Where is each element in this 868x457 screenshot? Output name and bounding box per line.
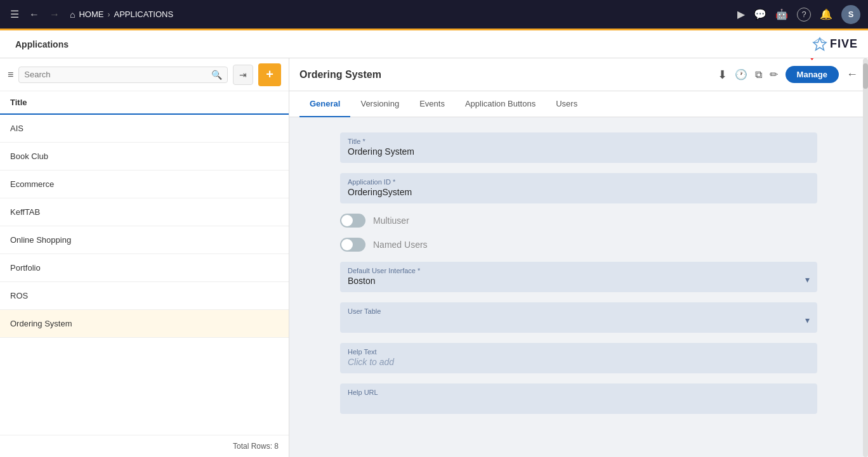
- menu-icon[interactable]: ☰: [8, 6, 22, 23]
- multiuser-label: Multiuser: [373, 216, 409, 226]
- search-icon: 🔍: [211, 70, 222, 80]
- history-icon[interactable]: 🕐: [735, 68, 747, 80]
- help-url-label: Help URL: [348, 389, 810, 396]
- manage-btn-wrapper: Manage ↓: [786, 66, 839, 83]
- robot-icon[interactable]: 🤖: [775, 8, 788, 20]
- svg-marker-0: [813, 38, 826, 50]
- right-actions: ⬇ 🕐 ⧉ ✏ Manage ↓ ←: [718, 66, 858, 83]
- multiuser-toggle[interactable]: [340, 214, 365, 228]
- default-ui-field: Default User Interface * Boston ▾: [340, 262, 817, 292]
- help-url-field: Help URL: [340, 383, 817, 414]
- export-button[interactable]: ⇥: [233, 65, 253, 85]
- form-content: Title * Ordering System Application ID *…: [289, 117, 868, 457]
- filter-icon[interactable]: ≡: [8, 69, 13, 80]
- tab-versioning[interactable]: Versioning: [350, 91, 409, 117]
- home-label[interactable]: HOME: [79, 10, 103, 19]
- user-table-field-box[interactable]: User Table ▾: [340, 302, 817, 333]
- app-id-value: OrderingSystem: [348, 187, 810, 197]
- list-item[interactable]: KeffTAB: [0, 198, 289, 226]
- default-ui-dropdown-icon: ▾: [805, 274, 810, 285]
- right-scrollbar[interactable]: [863, 58, 868, 457]
- help-text-field-box[interactable]: Help Text Click to add: [340, 343, 817, 373]
- tab-users[interactable]: Users: [546, 91, 588, 117]
- right-panel-wrapper: Ordering System ⬇ 🕐 ⧉ ✏ Manage ↓ ← Gener…: [289, 58, 868, 457]
- bell-icon[interactable]: 🔔: [820, 8, 832, 20]
- user-table-dropdown-icon: ▾: [805, 315, 810, 325]
- user-avatar[interactable]: S: [841, 5, 860, 24]
- edit-icon[interactable]: ✏: [770, 68, 778, 80]
- back-panel-icon[interactable]: ←: [846, 68, 858, 81]
- scrollbar-thumb[interactable]: [863, 63, 868, 89]
- five-logo: FIVE: [812, 37, 858, 52]
- table-header: Title: [0, 91, 289, 115]
- help-url-value: [348, 397, 810, 408]
- five-star-icon: [812, 37, 827, 52]
- breadcrumb-separator: ›: [107, 10, 110, 19]
- back-nav-icon[interactable]: ←: [27, 6, 42, 23]
- help-text-value: Click to add: [348, 357, 810, 367]
- sub-header-title: Applications: [15, 39, 69, 49]
- app-id-label: Application ID *: [348, 178, 810, 186]
- help-text-field: Help Text Click to add: [340, 343, 817, 373]
- sub-header: Applications FIVE: [0, 30, 868, 58]
- breadcrumb: ⌂ HOME › APPLICATIONS: [70, 10, 173, 20]
- search-box[interactable]: 🔍: [18, 67, 228, 83]
- total-rows: Total Rows: 8: [0, 435, 289, 457]
- list-item[interactable]: AIS: [0, 115, 289, 143]
- named-users-toggle[interactable]: [340, 238, 365, 252]
- forward-nav-icon[interactable]: →: [47, 6, 62, 23]
- default-ui-value: Boston: [348, 276, 810, 286]
- download-icon[interactable]: ⬇: [718, 68, 727, 82]
- home-icon: ⌂: [70, 10, 75, 20]
- copy-icon[interactable]: ⧉: [755, 69, 762, 80]
- right-panel: Ordering System ⬇ 🕐 ⧉ ✏ Manage ↓ ← Gener…: [289, 58, 868, 457]
- app-id-field-box[interactable]: Application ID * OrderingSystem: [340, 173, 817, 203]
- main-layout: ≡ 🔍 ⇥ + Title AIS Book Club Ecommerce Ke…: [0, 58, 868, 457]
- left-toolbar: ≡ 🔍 ⇥ +: [0, 58, 289, 91]
- tab-general[interactable]: General: [299, 91, 350, 117]
- list-item[interactable]: Ecommerce: [0, 171, 289, 198]
- list-item[interactable]: Online Shopping: [0, 226, 289, 254]
- help-text-label: Help Text: [348, 348, 810, 356]
- named-users-row: Named Users: [340, 238, 817, 252]
- user-table-field: User Table ▾: [340, 302, 817, 333]
- user-table-label: User Table: [348, 307, 810, 315]
- help-icon[interactable]: ?: [797, 8, 811, 22]
- app-id-field: Application ID * OrderingSystem: [340, 173, 817, 203]
- list-item-active[interactable]: Ordering System: [0, 310, 289, 338]
- title-field: Title * Ordering System: [340, 132, 817, 163]
- default-ui-field-box[interactable]: Default User Interface * Boston ▾: [340, 262, 817, 292]
- search-input[interactable]: [24, 70, 209, 79]
- list-item[interactable]: Book Club: [0, 143, 289, 171]
- named-users-label: Named Users: [373, 240, 428, 250]
- right-header: Ordering System ⬇ 🕐 ⧉ ✏ Manage ↓ ←: [289, 58, 868, 91]
- tabs-bar: General Versioning Events Application Bu…: [289, 91, 868, 117]
- list-item[interactable]: Portfolio: [0, 254, 289, 282]
- nav-right-actions: ▶ 💬 🤖 ? 🔔 S: [737, 5, 860, 24]
- tab-events[interactable]: Events: [409, 91, 455, 117]
- applications-label[interactable]: APPLICATIONS: [114, 10, 173, 19]
- title-label: Title *: [348, 138, 810, 145]
- multiuser-row: Multiuser: [340, 214, 817, 228]
- list-item[interactable]: ROS: [0, 282, 289, 310]
- red-arrow-annotation: ↓: [808, 58, 815, 63]
- add-button[interactable]: +: [258, 63, 281, 86]
- default-ui-label: Default User Interface *: [348, 267, 810, 274]
- manage-button[interactable]: Manage: [786, 66, 839, 83]
- tab-application-buttons[interactable]: Application Buttons: [455, 91, 546, 117]
- title-value: Ordering System: [348, 146, 810, 157]
- help-url-field-box[interactable]: Help URL: [340, 383, 817, 414]
- right-panel-title: Ordering System: [299, 69, 381, 80]
- user-table-value: [348, 316, 810, 326]
- left-panel: ≡ 🔍 ⇥ + Title AIS Book Club Ecommerce Ke…: [0, 58, 289, 457]
- top-nav: ☰ ← → ⌂ HOME › APPLICATIONS ▶ 💬 🤖 ? 🔔 S: [0, 0, 868, 30]
- list-items: AIS Book Club Ecommerce KeffTAB Online S…: [0, 115, 289, 435]
- chat-icon[interactable]: 💬: [754, 8, 766, 20]
- five-text: FIVE: [830, 37, 858, 51]
- play-icon[interactable]: ▶: [737, 8, 745, 20]
- title-field-box[interactable]: Title * Ordering System: [340, 132, 817, 163]
